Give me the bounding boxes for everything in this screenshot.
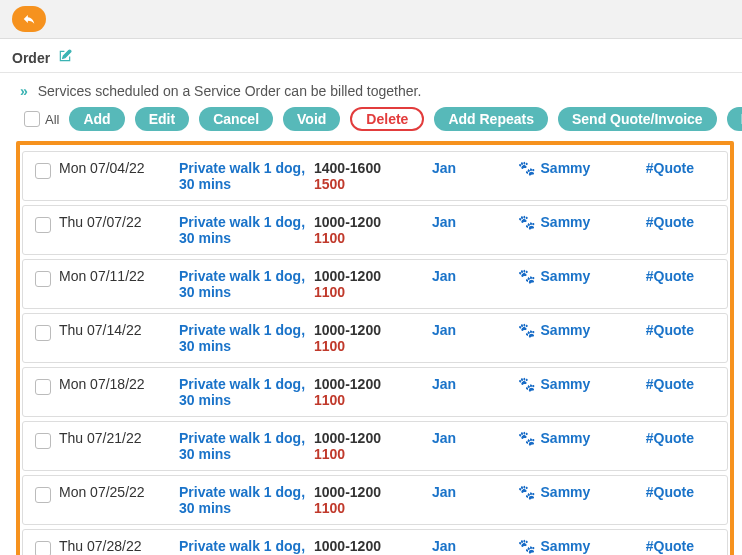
void-button[interactable]: Void: [283, 107, 340, 131]
row-checkbox[interactable]: [35, 217, 51, 233]
paw-icon: 🐾: [518, 538, 535, 554]
row-pet-link[interactable]: Sammy: [541, 484, 591, 500]
add-button[interactable]: Add: [69, 107, 124, 131]
info-text: Services scheduled on a Service Order ca…: [38, 83, 422, 99]
service-row[interactable]: Thu 07/28/22Private walk 1 dog,30 mins10…: [22, 529, 728, 555]
row-time: 1000-12001100: [314, 538, 394, 555]
row-date: Mon 07/18/22: [59, 376, 179, 392]
service-row[interactable]: Thu 07/07/22Private walk 1 dog,30 mins10…: [22, 205, 728, 255]
row-quote-link[interactable]: #Quote: [646, 160, 694, 176]
row-quote-link[interactable]: #Quote: [646, 322, 694, 338]
paw-icon: 🐾: [518, 160, 535, 176]
services-list: Mon 07/04/22Private walk 1 dog,30 mins14…: [16, 141, 734, 555]
row-pet-link[interactable]: Sammy: [541, 430, 591, 446]
email-button[interactable]: Email: [727, 107, 742, 131]
row-service-link[interactable]: Private walk 1 dog,30 mins: [179, 376, 314, 408]
row-quote-link[interactable]: #Quote: [646, 484, 694, 500]
select-all-label: All: [45, 112, 59, 127]
row-service-link[interactable]: Private walk 1 dog,30 mins: [179, 484, 314, 516]
paw-icon: 🐾: [518, 322, 535, 338]
row-staff-link[interactable]: Jan: [432, 268, 456, 284]
cancel-button[interactable]: Cancel: [199, 107, 273, 131]
row-staff-link[interactable]: Jan: [432, 538, 456, 554]
row-staff-link[interactable]: Jan: [432, 376, 456, 392]
row-quote-link[interactable]: #Quote: [646, 268, 694, 284]
row-pet-link[interactable]: Sammy: [541, 376, 591, 392]
row-staff-link[interactable]: Jan: [432, 322, 456, 338]
row-date: Mon 07/25/22: [59, 484, 179, 500]
row-checkbox[interactable]: [35, 271, 51, 287]
row-staff-link[interactable]: Jan: [432, 430, 456, 446]
delete-button[interactable]: Delete: [350, 107, 424, 131]
row-time: 1000-12001100: [314, 322, 394, 354]
row-staff-link[interactable]: Jan: [432, 214, 456, 230]
row-pet-link[interactable]: Sammy: [541, 214, 591, 230]
chevron-right-icon: »: [20, 83, 28, 99]
edit-button[interactable]: Edit: [135, 107, 189, 131]
row-time: 1000-12001100: [314, 430, 394, 462]
row-date: Thu 07/28/22: [59, 538, 179, 554]
add-repeats-button[interactable]: Add Repeats: [434, 107, 548, 131]
paw-icon: 🐾: [518, 268, 535, 284]
row-date: Thu 07/21/22: [59, 430, 179, 446]
send-quote-invoice-button[interactable]: Send Quote/Invoice: [558, 107, 717, 131]
service-row[interactable]: Mon 07/25/22Private walk 1 dog,30 mins10…: [22, 475, 728, 525]
row-quote-link[interactable]: #Quote: [646, 430, 694, 446]
row-service-link[interactable]: Private walk 1 dog,30 mins: [179, 268, 314, 300]
row-pet-link[interactable]: Sammy: [541, 160, 591, 176]
row-time: 1000-12001100: [314, 484, 394, 516]
row-checkbox[interactable]: [35, 433, 51, 449]
paw-icon: 🐾: [518, 214, 535, 230]
row-checkbox[interactable]: [35, 541, 51, 555]
row-quote-link[interactable]: #Quote: [646, 376, 694, 392]
row-staff-link[interactable]: Jan: [432, 160, 456, 176]
row-checkbox[interactable]: [35, 379, 51, 395]
page-title: Order: [12, 50, 50, 66]
row-pet-link[interactable]: Sammy: [541, 538, 591, 554]
pencil-square-icon: [58, 49, 72, 63]
row-service-link[interactable]: Private walk 1 dog,30 mins: [179, 430, 314, 462]
paw-icon: 🐾: [518, 376, 535, 392]
service-row[interactable]: Thu 07/14/22Private walk 1 dog,30 mins10…: [22, 313, 728, 363]
row-date: Thu 07/07/22: [59, 214, 179, 230]
row-service-link[interactable]: Private walk 1 dog,30 mins: [179, 214, 314, 246]
row-quote-link[interactable]: #Quote: [646, 538, 694, 554]
row-quote-link[interactable]: #Quote: [646, 214, 694, 230]
row-time: 1400-16001500: [314, 160, 394, 192]
row-time: 1000-12001100: [314, 214, 394, 246]
row-checkbox[interactable]: [35, 163, 51, 179]
back-button[interactable]: [12, 6, 46, 32]
edit-order-button[interactable]: [58, 50, 72, 66]
row-service-link[interactable]: Private walk 1 dog,30 mins: [179, 322, 314, 354]
paw-icon: 🐾: [518, 430, 535, 446]
select-all-checkbox[interactable]: [24, 111, 40, 127]
row-pet-link[interactable]: Sammy: [541, 268, 591, 284]
service-row[interactable]: Mon 07/04/22Private walk 1 dog,30 mins14…: [22, 151, 728, 201]
row-service-link[interactable]: Private walk 1 dog,30 mins: [179, 538, 314, 555]
row-date: Thu 07/14/22: [59, 322, 179, 338]
row-service-link[interactable]: Private walk 1 dog,30 mins: [179, 160, 314, 192]
row-checkbox[interactable]: [35, 325, 51, 341]
service-row[interactable]: Thu 07/21/22Private walk 1 dog,30 mins10…: [22, 421, 728, 471]
service-row[interactable]: Mon 07/18/22Private walk 1 dog,30 mins10…: [22, 367, 728, 417]
row-pet-link[interactable]: Sammy: [541, 322, 591, 338]
row-time: 1000-12001100: [314, 376, 394, 408]
row-date: Mon 07/04/22: [59, 160, 179, 176]
row-checkbox[interactable]: [35, 487, 51, 503]
paw-icon: 🐾: [518, 484, 535, 500]
row-date: Mon 07/11/22: [59, 268, 179, 284]
reply-arrow-icon: [21, 12, 37, 26]
service-row[interactable]: Mon 07/11/22Private walk 1 dog,30 mins10…: [22, 259, 728, 309]
row-time: 1000-12001100: [314, 268, 394, 300]
row-staff-link[interactable]: Jan: [432, 484, 456, 500]
